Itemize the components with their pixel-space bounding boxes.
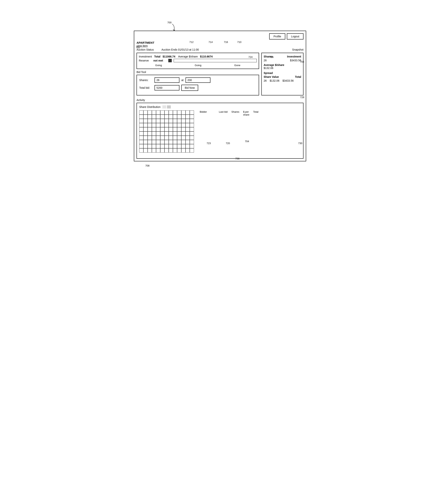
list-view-icon[interactable] — [167, 105, 171, 108]
snapshot-investment-value: $3433.56 — [290, 59, 301, 62]
at-label: at — [181, 79, 184, 82]
grid-cell — [165, 119, 169, 123]
grid-cell — [165, 127, 169, 131]
total-label: Total — [154, 55, 160, 58]
grid-cell — [190, 131, 194, 136]
grid-cell — [160, 119, 165, 123]
progress-bar — [174, 59, 257, 62]
bid-now-button[interactable]: Bid Now — [181, 85, 198, 91]
going-labels: Going Going Gone — [139, 64, 257, 67]
grid-cell — [156, 110, 160, 115]
grid-cell — [173, 131, 177, 136]
share-value-col-header: Share Value — [264, 75, 279, 78]
grid-cell — [152, 123, 156, 127]
grid-row — [139, 144, 194, 148]
grid-cell — [143, 144, 148, 148]
grid-cell — [139, 148, 143, 153]
grid-cell — [160, 144, 165, 148]
grid-cell — [156, 115, 160, 119]
avg-share-value: $132.06 — [264, 67, 301, 70]
snapshot-section: Shares Investment 26 $3433.56 Average $/… — [264, 55, 301, 82]
grid-cell — [156, 140, 160, 144]
auction-status-row: Auction Status Auction Ends 01/01/13 at … — [137, 48, 303, 51]
grid-cell — [152, 136, 156, 140]
grid-cell — [181, 148, 186, 153]
grid-cell — [190, 119, 194, 123]
logout-button[interactable]: Logout — [287, 33, 303, 40]
snapshot-header-row: Shares Investment — [264, 55, 301, 58]
share-dist-header: Share Distribution — [139, 105, 301, 108]
grid-cell — [169, 119, 173, 123]
spread-label: Spread — [264, 72, 301, 74]
auction-ends-text: Auction Ends 01/01/13 at 11:00 — [161, 48, 199, 51]
grid-cell — [139, 144, 143, 148]
view-icon-group[interactable] — [162, 105, 171, 108]
grid-cell — [169, 136, 173, 140]
grid-cell — [181, 110, 186, 115]
grid-cell — [169, 123, 173, 127]
grid-cell — [177, 123, 181, 127]
grid-cell — [190, 140, 194, 144]
grid-cell — [148, 140, 152, 144]
grid-cell — [156, 119, 160, 123]
view-item-link[interactable]: view item — [137, 44, 303, 47]
spread-shares: 26 — [264, 79, 267, 82]
snapshot-panel: Shares Investment 26 $3433.56 Average $/… — [261, 53, 303, 95]
bidder-area: Bidder Last bid Shares $ per share Total — [198, 110, 301, 156]
snapshot-shares-value: 26 — [264, 59, 267, 62]
activity-box: Share Distribution Bidder — [137, 103, 303, 159]
grid-cell — [190, 136, 194, 140]
grid-cell — [173, 110, 177, 115]
grid-cell — [177, 115, 181, 119]
grid-cell — [169, 144, 173, 148]
grid-row — [139, 140, 194, 144]
grid-cell — [160, 115, 165, 119]
price-input[interactable] — [186, 77, 210, 83]
grid-cell — [165, 131, 169, 136]
avg-value: $110.6674 — [200, 55, 213, 58]
grid-cell — [148, 123, 152, 127]
item-title: APARTMENT — [137, 41, 303, 44]
reserve-status: not met — [153, 59, 163, 62]
grid-row — [139, 115, 194, 119]
total-bid-input[interactable] — [154, 85, 179, 90]
grid-cell — [186, 144, 190, 148]
profile-button[interactable]: Profile — [269, 33, 285, 40]
grid-cell — [169, 110, 173, 115]
grid-cell — [190, 148, 194, 153]
grid-cell — [181, 115, 186, 119]
grid-view-icon[interactable] — [162, 105, 166, 108]
grid-cell — [173, 123, 177, 127]
share-distribution-grid — [139, 110, 194, 156]
grid-cell — [165, 144, 169, 148]
going-1: Going — [155, 64, 162, 67]
grid-cell — [177, 131, 181, 136]
grid-cell — [152, 110, 156, 115]
grid-cell — [139, 115, 143, 119]
grid-cell — [160, 127, 165, 131]
grid-row — [139, 127, 194, 131]
investment-label: Investment — [139, 55, 152, 58]
total-bid-label: Total bid: — [139, 86, 153, 89]
grid-cell — [139, 136, 143, 140]
grid-cell — [186, 136, 190, 140]
title-section: APARTMENT view item Auction Status Aucti… — [137, 41, 303, 51]
main-container: Profile Logout APARTMENT view item Aucti… — [134, 31, 306, 161]
investment-row: Investment Total $11066.74 Average $/sha… — [139, 55, 257, 58]
spread-data-row: 26 $132.06 $3433.56 — [264, 79, 301, 82]
avg-label: Average $/share — [178, 55, 198, 58]
shares-input[interactable] — [154, 77, 179, 83]
total-bid-row: Total bid: Bid Now — [139, 85, 256, 91]
reserve-row: Reserve not met — [139, 59, 257, 62]
grid-cell — [143, 148, 148, 153]
top-nav: Profile Logout — [137, 33, 303, 40]
grid-cell — [190, 144, 194, 148]
grid-cell — [143, 115, 148, 119]
grid-cell — [181, 131, 186, 136]
bidder-col-header: Bidder — [200, 110, 215, 116]
grid-cell — [152, 140, 156, 144]
grid-cell — [139, 119, 143, 123]
grid-row — [139, 136, 194, 140]
grid-cell — [143, 140, 148, 144]
grid-row — [139, 119, 194, 123]
